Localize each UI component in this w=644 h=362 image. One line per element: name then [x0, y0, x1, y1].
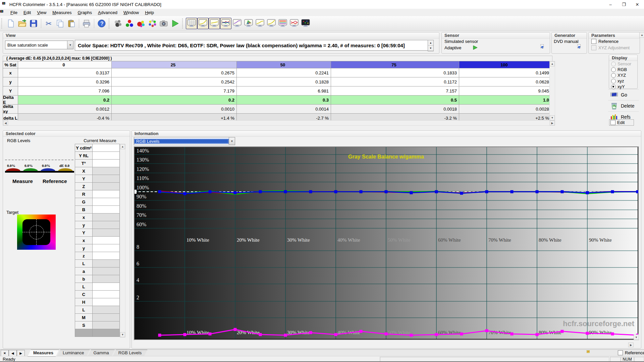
measure-row-value[interactable]: [93, 160, 119, 167]
spinner-down-icon[interactable]: ▼: [428, 46, 433, 51]
open-toolbar-button[interactable]: [16, 18, 28, 29]
close-button[interactable]: ✕: [631, 0, 644, 9]
table-cell[interactable]: 0.2241: [237, 68, 331, 77]
color-temperature-toolbar-button[interactable]: [254, 18, 266, 29]
table-vscrollbar[interactable]: ▲ ▼: [549, 61, 555, 121]
menu-item-measures[interactable]: Measures: [49, 9, 74, 16]
table-cell[interactable]: 0.1833: [331, 68, 459, 77]
capture-toolbar-button[interactable]: [158, 18, 169, 29]
measure-row-value[interactable]: [93, 314, 119, 321]
next-tab-button[interactable]: ▶: [17, 350, 25, 356]
scroll-left-icon[interactable]: ◀: [3, 121, 8, 125]
cut-toolbar-button[interactable]: ✂: [43, 18, 54, 29]
tab-gamma[interactable]: Gamma: [88, 350, 115, 357]
table-cell[interactable]: 0.3296: [18, 77, 111, 86]
table-cell[interactable]: 0.2675: [112, 68, 236, 77]
measure-row-value[interactable]: [93, 152, 119, 159]
measure-row-value[interactable]: [93, 283, 119, 290]
measure-row-value[interactable]: [93, 198, 119, 205]
tab-luminance[interactable]: Luminance: [57, 350, 90, 357]
saturation-toolbar-button[interactable]: [277, 18, 288, 29]
column-header-0[interactable]: 0: [18, 61, 111, 68]
table-cell[interactable]: 0.0010: [112, 105, 236, 113]
checkbox-box[interactable]: [591, 39, 596, 44]
measure-row-value[interactable]: [93, 237, 119, 244]
measure-row-value[interactable]: [93, 252, 119, 259]
table-cell[interactable]: 7.179: [112, 86, 236, 95]
measure-row-value[interactable]: [93, 229, 119, 236]
table-hscrollbar[interactable]: ◀ ▶: [3, 120, 555, 126]
table-cell[interactable]: 7.157: [331, 86, 459, 95]
info-scroll-right-icon[interactable]: ▶: [628, 343, 634, 347]
chevron-down-icon[interactable]: ▼: [67, 41, 73, 49]
reference-checkbox[interactable]: Reference: [618, 350, 644, 355]
measure-row-value[interactable]: [93, 306, 119, 313]
measure-row-value[interactable]: [93, 144, 119, 152]
menu-item-edit[interactable]: Edit: [20, 9, 34, 16]
param-checkbox-reference[interactable]: Reference: [591, 39, 630, 44]
measure-row-value[interactable]: [93, 321, 119, 329]
table-cell[interactable]: 0.2: [112, 96, 236, 104]
prev-tab-button[interactable]: ◀: [9, 350, 17, 356]
gamma-toolbar-button[interactable]: [209, 18, 220, 29]
sensor-config-icon[interactable]: [540, 44, 546, 51]
generator-config-icon[interactable]: [577, 44, 583, 51]
menu-item-view[interactable]: View: [34, 9, 49, 16]
view-mode-dropdown[interactable]: Blue saturation scale ▼: [5, 41, 73, 49]
rgb-levels-toolbar-button[interactable]: [220, 18, 231, 29]
tab-rgb-levels[interactable]: RGB Levels: [113, 350, 147, 357]
measure-row-value[interactable]: [93, 298, 119, 306]
luminance-toolbar-button[interactable]: [197, 18, 209, 29]
column-header-25[interactable]: 25: [112, 61, 236, 68]
radio-button[interactable]: [611, 79, 616, 83]
column-header-50[interactable]: 50: [237, 61, 331, 68]
help-toolbar-button[interactable]: ?: [96, 18, 107, 29]
new-toolbar-button[interactable]: [5, 18, 16, 29]
table-cell[interactable]: 0.2: [18, 96, 111, 104]
primaries-toolbar-button[interactable]: [124, 18, 135, 29]
table-cell[interactable]: 0.1499: [459, 68, 551, 77]
table-cell[interactable]: 0.5: [331, 96, 459, 104]
go-button[interactable]: Go: [608, 89, 639, 100]
measure-row-value[interactable]: [93, 291, 119, 298]
column-header-75[interactable]: 75: [331, 61, 459, 68]
menu-item-window[interactable]: Window: [120, 9, 142, 16]
menu-item-advanced[interactable]: Advanced: [95, 9, 120, 16]
scroll-down-icon[interactable]: ▼: [120, 332, 125, 337]
contrast-toolbar-button[interactable]: [266, 18, 277, 29]
radio-button[interactable]: [611, 73, 616, 78]
display-radio-xyz[interactable]: xyz: [609, 78, 637, 84]
table-cell[interactable]: 6.981: [237, 86, 331, 95]
radio-button[interactable]: [611, 84, 616, 89]
measure-row-value[interactable]: [93, 190, 119, 198]
measure-row-value[interactable]: [93, 244, 119, 252]
chevron-down-icon[interactable]: ▼: [229, 137, 235, 145]
measure-row-value[interactable]: [93, 183, 119, 190]
info-spinner[interactable]: ▲ ▼: [428, 40, 434, 51]
measures-grid-toolbar-button[interactable]: [186, 18, 197, 29]
run-toolbar-button[interactable]: [169, 18, 181, 29]
measure-row-value[interactable]: [93, 221, 119, 229]
print-toolbar-button[interactable]: [81, 18, 92, 29]
measure-row-value[interactable]: [93, 206, 119, 213]
table-cell[interactable]: 0.0012: [18, 105, 111, 113]
close-tab-button[interactable]: ✕: [1, 350, 9, 356]
sensor-settings-toolbar-button[interactable]: [112, 18, 124, 29]
scroll-up-icon[interactable]: ▲: [550, 61, 555, 66]
menu-item-file[interactable]: File: [7, 9, 20, 16]
measure-row-value[interactable]: [93, 167, 119, 175]
reference-checkbox-box[interactable]: [618, 350, 623, 355]
edit-checkbox-box[interactable]: [610, 120, 615, 125]
column-header-100[interactable]: 100: [459, 61, 551, 68]
current-measure-scrollbar[interactable]: ▲ ▼: [120, 144, 125, 338]
menu-item-help[interactable]: Help: [142, 9, 157, 16]
table-cell[interactable]: 0.3137: [18, 68, 111, 77]
minimize-button[interactable]: –: [604, 0, 617, 9]
display-radio-rgb[interactable]: RGB: [609, 67, 637, 72]
table-cell[interactable]: 9.045: [459, 86, 551, 95]
restore-button[interactable]: ❐: [617, 0, 631, 9]
play-icon[interactable]: [473, 45, 478, 50]
measure-row-value[interactable]: [93, 214, 119, 221]
table-cell[interactable]: 0.1828: [237, 77, 331, 86]
measure-row-value[interactable]: [93, 267, 119, 275]
